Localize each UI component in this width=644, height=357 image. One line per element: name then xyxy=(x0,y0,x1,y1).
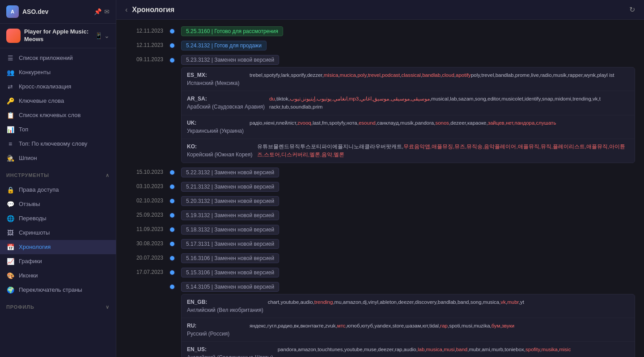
mobile-icon[interactable]: 📱 xyxy=(95,32,102,39)
locale-name-engb: EN_GB: Английский (Вел икобритания) xyxy=(187,298,263,314)
graphs-icon: 📈 xyxy=(6,257,14,265)
site-title: ASO.dev xyxy=(22,8,48,15)
competitors-icon: 👥 xyxy=(6,68,14,76)
version-badge-8[interactable]: 5.18.3132 | Заменен новой версией xyxy=(181,225,279,235)
sidebar-item-competitors[interactable]: 👥 Конкуренты xyxy=(0,65,116,80)
main-area: ‹ Хронология ↻ 12.11.2023 5.25.3160 | Го… xyxy=(116,0,644,357)
version-badge-4[interactable]: 5.22.3132 | Заменен новой версией xyxy=(181,168,279,177)
timeline-content: 12.11.2023 5.25.3160 | Готово для рассмо… xyxy=(116,20,644,357)
sidebar-item-screenshots[interactable]: 🖼 Скриншоты xyxy=(0,226,116,240)
back-button[interactable]: ‹ xyxy=(125,6,127,14)
sidebar-item-access[interactable]: 🔒 Права доступа xyxy=(0,183,116,197)
kw-highlight: lab xyxy=(418,347,424,352)
dot-11 xyxy=(168,268,177,277)
kw-highlight: انغامي,يوتيوب,إيتيونز,تيوب,mp3,موسيقى,مو… xyxy=(290,96,430,101)
kw-highlight: звуки xyxy=(502,323,514,328)
date-6: 02.10.2023 xyxy=(125,196,163,204)
app-nav-icons: 📱 ⌄ xyxy=(95,32,110,39)
sidebar: A ASO.dev 📌 ✉ Player for Apple Music: Me… xyxy=(0,0,116,357)
keywords-ko: 유튜브뮬롄드뮤직투스포티파이에플지니노래클라우버팟캐트,무료음악앱,애플뮤징,뮤… xyxy=(257,143,630,159)
content-8: 5.18.3132 | Заменен новой версией xyxy=(181,225,635,235)
chevron-down-icon[interactable]: ⌄ xyxy=(104,32,110,39)
sidebar-item-top[interactable]: 📊 Топ xyxy=(0,122,116,137)
app-icon xyxy=(6,29,21,43)
expanded-block-12: EN_GB: Английский (Вел икобритания) char… xyxy=(181,294,635,357)
version-badge-3[interactable]: 5.23.3132 | Заменен новой версией xyxy=(181,55,279,65)
kw-highlight: esound xyxy=(359,120,376,126)
kw-highlight: bandlab xyxy=(422,72,441,78)
version-badge-5[interactable]: 5.21.3132 | Заменен новой версией xyxy=(181,182,279,192)
expanded-block-3: ES_MX: Испанский (Мексика) trebel,spotyf… xyxy=(181,67,635,163)
dot-10 xyxy=(168,253,177,262)
kw-highlight: du xyxy=(269,96,275,101)
cross-loc-icon: ⇄ xyxy=(6,83,14,91)
locale-name-uk: UK: Украинський (Украина) xyxy=(187,119,245,135)
locale-row-arsa: AR_SA: Арабский (Саудовская Аравия) du,t… xyxy=(182,91,635,115)
timeline-entry-9: 30.08.2023 5.17.3131 | Заменен новой вер… xyxy=(125,237,635,251)
sidebar-item-reviews[interactable]: 💬 Отзывы xyxy=(0,197,116,211)
date-9: 30.08.2023 xyxy=(125,239,163,247)
locale-row-enus: EN_US: Английский (Соединенные Штаты) pa… xyxy=(182,342,635,357)
kw-highlight: trevel xyxy=(368,72,381,78)
sidebar-item-icons[interactable]: 🎨 Иконки xyxy=(0,269,116,283)
graphs-label: Графики xyxy=(19,258,42,265)
profile-section-label: ПРОФИЛЬ xyxy=(6,304,34,310)
version-badge-2[interactable]: 5.24.3132 | Готов для продажи xyxy=(181,41,267,50)
access-label: Права доступа xyxy=(19,186,59,193)
dot-6 xyxy=(168,196,177,205)
sidebar-item-timeline[interactable]: 📅 Хронология xyxy=(0,240,116,254)
profile-collapse-icon[interactable]: ∨ xyxy=(106,304,110,310)
version-badge-6[interactable]: 5.20.3132 | Заменен новой версией xyxy=(181,196,279,206)
version-badge-10[interactable]: 5.16.3106 | Заменен новой версией xyxy=(181,253,279,263)
version-badge-11[interactable]: 5.15.3106 | Заменен новой версией xyxy=(181,268,279,277)
locale-name-arsa: AR_SA: Арабский (Саудовская Аравия) xyxy=(187,95,265,111)
dot-4 xyxy=(168,168,177,176)
kw-highlight: apotify xyxy=(456,72,471,78)
refresh-button[interactable]: ↻ xyxy=(629,5,635,14)
sidebar-item-apps-list[interactable]: ☰ Список приложений xyxy=(0,51,116,65)
locale-name-ru: RU: Русский (Россия) xyxy=(187,322,245,338)
apps-list-label: Список приложений xyxy=(19,55,73,61)
version-badge-1[interactable]: 5.25.3160 | Готово для рассмотрения xyxy=(181,26,283,36)
kw-highlight: mucica xyxy=(340,72,356,78)
content-6: 5.20.3132 | Заменен новой версией xyxy=(181,196,635,206)
sidebar-item-top-keyword[interactable]: ≡ Топ: По ключевому слову xyxy=(0,137,116,151)
sidebar-header: A ASO.dev 📌 ✉ xyxy=(0,0,116,24)
keywords-arsa: du,tiktok,انغامي,يوتيوب,إيتيونز,تيوب,mp3… xyxy=(269,95,629,111)
date-3: 09.11.2023 xyxy=(125,55,163,63)
content-4: 5.22.3132 | Заменен новой версией xyxy=(181,168,635,177)
keywords-ru: яндекс,гугл,радио,вк,вконтакте,zvuk,мтс,… xyxy=(250,322,629,330)
dot-5 xyxy=(168,182,177,191)
sidebar-item-spy[interactable]: 🕵 Шпион xyxy=(0,151,116,165)
pin-icon[interactable]: 📌 xyxy=(94,8,102,15)
timeline-entry-8: 11.09.2023 5.18.3132 | Заменен новой вер… xyxy=(125,223,635,237)
sidebar-item-keywords-list[interactable]: 📋 Список ключевых слов xyxy=(0,108,116,122)
version-badge-7[interactable]: 5.19.3132 | Заменен новой версией xyxy=(181,210,279,220)
content-9: 5.17.3131 | Заменен новой версией xyxy=(181,239,635,249)
timeline-entry-3: 09.11.2023 5.23.3132 | Заменен новой вер… xyxy=(125,53,635,165)
sidebar-item-keywords[interactable]: 🔑 Ключевые слова xyxy=(0,94,116,108)
sidebar-item-graphs[interactable]: 📈 Графики xyxy=(0,254,116,269)
sidebar-tools: 🔒 Права доступа 💬 Отзывы 🌐 Переводы 🖼 Ск… xyxy=(0,180,116,300)
timeline: 12.11.2023 5.25.3160 | Готово для рассмо… xyxy=(116,24,644,357)
timeline-entry-7: 25.09.2023 5.19.3132 | Заменен новой вер… xyxy=(125,208,635,223)
keywords-label: Ключевые слова xyxy=(19,97,64,104)
version-badge-9[interactable]: 5.17.3131 | Заменен новой версией xyxy=(181,239,279,249)
locale-row-ru: RU: Русский (Россия) яндекс,гугл,радио,в… xyxy=(182,318,635,342)
kw-highlight: sonos xyxy=(435,120,449,126)
sidebar-item-cross-loc[interactable]: ⇄ Кросс-локализация xyxy=(0,80,116,94)
kw-highlight: cloud xyxy=(442,72,454,78)
mail-icon[interactable]: ✉ xyxy=(104,8,110,15)
app-info: Player for Apple Music: Meows 📱 ⌄ xyxy=(0,24,116,48)
version-badge-12[interactable]: 5.14.3105 | Заменен новой версией xyxy=(181,282,279,292)
keywords-list-icon: 📋 xyxy=(6,111,14,119)
kw-highlight: misica xyxy=(324,72,339,78)
reviews-icon: 💬 xyxy=(6,200,14,208)
sidebar-item-translations[interactable]: 🌐 Переводы xyxy=(0,211,116,226)
top-keyword-label: Топ: По ключевому слову xyxy=(19,140,87,147)
kw-highlight: band xyxy=(456,347,468,352)
timeline-entry-1: 12.11.2023 5.25.3160 | Готово для рассмо… xyxy=(125,24,635,38)
tools-collapse-icon[interactable]: ∧ xyxy=(106,172,110,178)
sidebar-item-country-switch[interactable]: 🌍 Переключатель страны xyxy=(0,283,116,297)
timeline-entry-12: 5.14.3105 | Заменен новой версией EN_GB:… xyxy=(125,280,635,357)
